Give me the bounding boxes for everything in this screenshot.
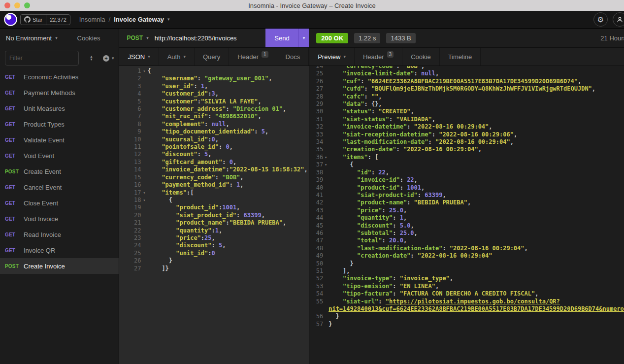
code-text: "currency-code": "BOB", bbox=[328, 66, 624, 70]
breadcrumb-workspace[interactable]: Invoice Gateway bbox=[114, 16, 164, 23]
add-request-button[interactable]: + ▾ bbox=[103, 55, 114, 62]
request-name-label: Payment Methods bbox=[24, 89, 75, 97]
response-code-line-51: 51 ], bbox=[311, 267, 624, 275]
sidebar-item-economic-activities[interactable]: GETEconomic Activities bbox=[0, 69, 119, 85]
zoom-window-button[interactable] bbox=[24, 2, 30, 8]
code-text: } bbox=[328, 260, 624, 267]
breadcrumb-app[interactable]: Insomnia bbox=[79, 16, 105, 23]
request-method-label: POST bbox=[5, 169, 24, 174]
line-number: 43 bbox=[311, 207, 323, 214]
sidebar-item-unit-measures[interactable]: GETUnit Measures bbox=[0, 100, 119, 116]
line-number: 56 bbox=[311, 313, 323, 320]
sidebar-item-payment-methods[interactable]: GETPayment Methods bbox=[0, 85, 119, 100]
request-name-label: Unit Measures bbox=[24, 105, 65, 112]
workspace-dropdown-caret-icon[interactable]: ▾ bbox=[167, 17, 170, 22]
method-dropdown[interactable]: POST ▾ bbox=[119, 29, 153, 47]
sidebar-item-close-event[interactable]: GETClose Event bbox=[0, 195, 119, 211]
send-split-button: Send ▾ bbox=[265, 29, 309, 47]
fold-toggle-icon[interactable]: ▾ bbox=[141, 67, 147, 75]
filter-input[interactable] bbox=[5, 51, 79, 66]
sidebar-item-create-event[interactable]: POSTCreate Event bbox=[0, 164, 119, 179]
response-code-line-53: 53 "tipo-emision": "EN LINEA", bbox=[311, 283, 624, 290]
line-number: 11 bbox=[122, 143, 141, 151]
url-input[interactable] bbox=[154, 29, 266, 47]
fold-toggle-icon[interactable]: ▾ bbox=[323, 161, 328, 168]
request-tab-auth[interactable]: Auth▾ bbox=[159, 48, 195, 66]
gutter-spacer bbox=[141, 234, 147, 242]
line-number: 18 bbox=[122, 197, 141, 204]
sidebar-item-void-event[interactable]: GETVoid Event bbox=[0, 148, 119, 164]
gutter-spacer bbox=[323, 222, 328, 230]
response-age-label: 21 Hours Ago bbox=[600, 34, 624, 42]
sidebar-item-create-invoice[interactable]: POSTCreate Invoice bbox=[0, 258, 119, 274]
method-caret-icon: ▾ bbox=[146, 36, 149, 40]
close-window-button[interactable] bbox=[4, 2, 10, 8]
line-number: 27 bbox=[311, 85, 323, 93]
github-star-badge[interactable]: Star 22,372 bbox=[20, 14, 70, 25]
code-text: { bbox=[147, 67, 309, 75]
gutter-spacer bbox=[141, 166, 147, 173]
settings-gear-icon[interactable]: ⚙ bbox=[593, 12, 608, 27]
request-code-line-21: 21 "product_name":"BEBIDA PRUEBA", bbox=[122, 219, 309, 227]
line-number: 20 bbox=[122, 212, 141, 219]
sidebar-item-product-types[interactable]: GETProduct Types bbox=[0, 116, 119, 132]
request-tab-header[interactable]: Header1 bbox=[229, 48, 277, 66]
line-number: 57 bbox=[311, 321, 323, 328]
request-method-label: GET bbox=[5, 137, 24, 143]
response-tab-cookie[interactable]: Cookie bbox=[402, 48, 439, 66]
fold-toggle-icon[interactable]: ▾ bbox=[323, 154, 328, 161]
request-name-label: Product Types bbox=[24, 121, 65, 128]
gutter-spacer bbox=[323, 78, 328, 85]
response-code-line-35: 35 "creation-date": "2022-08-16 00:29:04… bbox=[311, 146, 624, 153]
line-number: 39 bbox=[311, 176, 323, 184]
gutter-spacer bbox=[323, 66, 328, 70]
request-tab-docs[interactable]: Docs bbox=[277, 48, 309, 66]
request-tab-query[interactable]: Query bbox=[195, 48, 229, 66]
line-number: 51 bbox=[311, 267, 323, 275]
code-text: "user_id": 1, bbox=[147, 83, 309, 90]
sidebar-item-void-invoice[interactable]: GETVoid Invoice bbox=[0, 211, 119, 227]
tab-caret-icon: ▾ bbox=[183, 55, 186, 59]
send-options-button[interactable]: ▾ bbox=[298, 29, 309, 47]
line-number: 2 bbox=[122, 75, 141, 82]
line-number: 38 bbox=[311, 169, 323, 176]
sidebar-item-invoice-qr[interactable]: GETInvoice QR bbox=[0, 242, 119, 258]
gutter-spacer bbox=[141, 128, 147, 135]
request-code-line-3: 3 "user_id": 1, bbox=[122, 83, 309, 90]
sort-requests-icon[interactable]: ▲▼ bbox=[90, 55, 93, 61]
response-tab-header[interactable]: Header3 bbox=[355, 48, 402, 66]
code-text: "product-name": "BEBIDA PRUEBA", bbox=[328, 199, 624, 206]
response-tab-timeline[interactable]: Timeline bbox=[440, 48, 481, 66]
response-code-line-57: 57} bbox=[311, 321, 624, 328]
request-tab-json[interactable]: JSON▾ bbox=[119, 48, 159, 66]
response-code-line-24: 24 "currency-code": "BOB", bbox=[311, 66, 624, 70]
line-number: 52 bbox=[311, 275, 323, 282]
account-icon[interactable] bbox=[613, 12, 624, 27]
url-bar: POST ▾ Send ▾ bbox=[119, 29, 309, 48]
fold-toggle-icon[interactable]: ▾ bbox=[141, 197, 147, 204]
code-text: "customer":"SILVIA LA FAYE", bbox=[147, 98, 309, 105]
request-body-editor[interactable]: 1▾{2 "username": "gateway_user_001",3 "u… bbox=[119, 66, 309, 364]
minimize-window-button[interactable] bbox=[14, 2, 20, 8]
insomnia-logo[interactable] bbox=[4, 13, 17, 26]
cookies-button[interactable]: Cookies bbox=[77, 34, 100, 42]
environment-caret-icon: ▾ bbox=[55, 36, 58, 40]
gutter-spacer bbox=[323, 290, 328, 298]
environment-selector[interactable]: No Environment ▾ bbox=[6, 34, 58, 42]
sidebar-item-validate-event[interactable]: GETValidate Event bbox=[0, 132, 119, 148]
request-code-line-20: 20 "siat_product_id": 63399, bbox=[122, 212, 309, 219]
tab-caret-icon: ▾ bbox=[148, 55, 150, 59]
request-method-label: GET bbox=[5, 122, 24, 127]
sidebar-item-read-invoice[interactable]: GETRead Invoice bbox=[0, 227, 119, 242]
plus-icon: + bbox=[103, 55, 109, 62]
line-number: 53 bbox=[311, 283, 323, 290]
sidebar-item-cancel-event[interactable]: GETCancel Event bbox=[0, 179, 119, 195]
gutter-spacer bbox=[323, 298, 328, 313]
code-text: "invoice_datetime":"2022-08-15 18:58:32"… bbox=[147, 166, 309, 173]
fold-toggle-icon[interactable]: ▾ bbox=[141, 189, 147, 197]
request-code-line-1: 1▾{ bbox=[122, 67, 309, 75]
response-tab-preview[interactable]: Preview▾ bbox=[309, 48, 355, 66]
response-history-dropdown[interactable]: 21 Hours Ago ▾ bbox=[600, 34, 624, 42]
send-button[interactable]: Send bbox=[265, 29, 298, 47]
request-code-line-24: 24 "discount": 5, bbox=[122, 242, 309, 249]
